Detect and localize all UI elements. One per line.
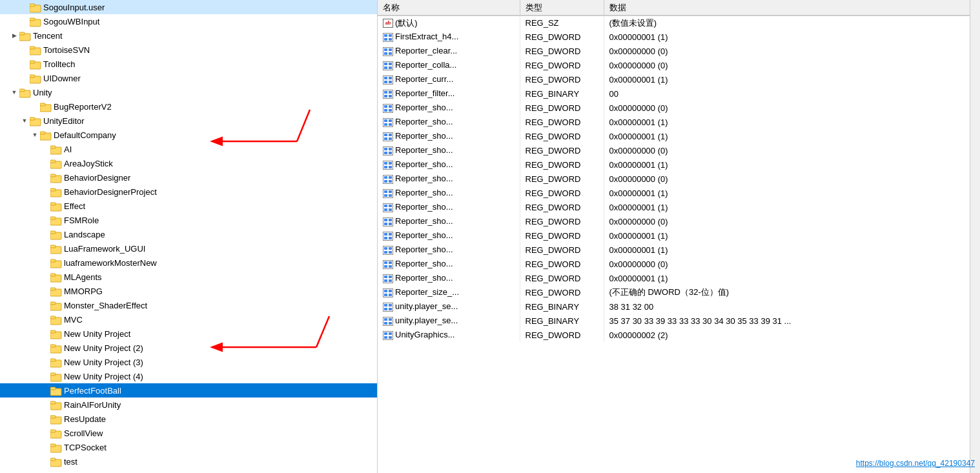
tree-item-new-unity-project-4[interactable]: New Unity Project (4) <box>0 369 377 383</box>
tree-item-fsmrole[interactable]: FSMRole <box>0 213 377 227</box>
reg-name-cell: ab(默认) <box>378 15 520 30</box>
expand-icon-unity[interactable]: ▼ <box>9 87 19 97</box>
tree-item-mmorpg[interactable]: MMORPG <box>0 284 377 298</box>
reg-name-cell: Reporter_sho... <box>378 257 520 271</box>
svg-rect-142 <box>384 290 387 292</box>
svg-rect-63 <box>50 444 56 447</box>
svg-rect-95 <box>389 119 392 122</box>
tree-item-mvc[interactable]: MVC <box>0 312 377 327</box>
reg-name-text: Reporter_sho... <box>395 131 453 141</box>
tree-item-unityeditor[interactable]: ▼UnityEditor <box>0 114 377 128</box>
tree-item-mlagents[interactable]: MLAgents <box>0 270 377 284</box>
table-row[interactable]: Reporter_sho...REG_DWORD0x00000001 (1) <box>378 271 970 285</box>
tree-scroll-area[interactable]: SogouInput.userSogouWBInput▶TencentTorto… <box>0 0 377 473</box>
svg-rect-39 <box>50 274 56 276</box>
svg-rect-145 <box>389 294 392 296</box>
tree-item-new-unity-project-3[interactable]: New Unity Project (3) <box>0 355 377 369</box>
reg-icon <box>383 274 393 283</box>
tree-item-tencent[interactable]: ▶Tencent <box>0 28 377 43</box>
svg-rect-109 <box>389 166 392 168</box>
tree-item-bugreporterv2[interactable]: BugReporterV2 <box>0 99 377 114</box>
tree-item-unity[interactable]: ▼Unity <box>0 85 377 99</box>
table-row[interactable]: Reporter_sho...REG_DWORD0x00000001 (1) <box>378 115 970 129</box>
svg-rect-147 <box>389 304 392 307</box>
table-row[interactable]: Reporter_colla...REG_DWORD0x00000000 (0) <box>378 58 970 72</box>
tree-item-label-luaframeworkmosternew: luaframeworkMosterNew <box>64 258 157 268</box>
table-row[interactable]: Reporter_sho...REG_DWORD0x00000000 (0) <box>378 214 970 228</box>
reg-name-text: Reporter_sho... <box>395 159 453 169</box>
tree-item-trolltech[interactable]: Trolltech <box>0 57 377 71</box>
reg-name-cell: Reporter_size_... <box>378 285 520 299</box>
table-row[interactable]: Reporter_sho...REG_DWORD0x00000000 (0) <box>378 257 970 271</box>
folder-icon-monster-shadereffect <box>50 300 62 310</box>
reg-data-cell: 0x00000001 (1) <box>604 72 970 86</box>
expand-icon-defaultcompany[interactable]: ▼ <box>30 130 40 140</box>
svg-rect-78 <box>384 63 387 65</box>
table-row[interactable]: Reporter_size_...REG_DWORD(不正确的 DWORD（32… <box>378 285 970 299</box>
tree-item-behaviordesignerproject[interactable]: BehaviorDesignerProject <box>0 185 377 199</box>
table-row[interactable]: Reporter_sho...REG_DWORD0x00000001 (1) <box>378 200 970 214</box>
reg-type-cell: REG_DWORD <box>520 101 604 115</box>
right-scrollbar[interactable] <box>970 0 980 473</box>
tree-item-defaultcompany[interactable]: ▼DefaultCompany <box>0 128 377 142</box>
tree-item-ai[interactable]: AI <box>0 142 377 156</box>
table-row[interactable]: Reporter_filter...REG_BINARY00 <box>378 86 970 101</box>
svg-rect-15 <box>40 103 45 106</box>
tree-item-sogouwbinput[interactable]: SogouWBInput <box>0 14 377 28</box>
reg-type-cell: REG_BINARY <box>520 299 604 314</box>
svg-rect-134 <box>384 261 387 264</box>
reg-name-text: Reporter_sho... <box>395 103 453 112</box>
reg-data-cell: 0x00000000 (0) <box>604 143 970 157</box>
table-row[interactable]: Reporter_sho...REG_DWORD0x00000001 (1) <box>378 228 970 243</box>
tree-item-test[interactable]: test <box>0 454 377 468</box>
right-scroll-area[interactable]: 名称 类型 数据 ab(默认)REG_SZ(数值未设置)FirstExtract… <box>378 0 970 473</box>
reg-name-cell: Reporter_sho... <box>378 200 520 214</box>
table-row[interactable]: unity.player_se...REG_BINARY35 37 30 33 … <box>378 314 970 328</box>
tree-item-effect[interactable]: Effect <box>0 199 377 213</box>
svg-rect-149 <box>389 308 392 310</box>
tree-item-perfectfootball[interactable]: PerfectFootBall <box>0 383 377 398</box>
tree-item-rainaiforunity[interactable]: RainAIForUnity <box>0 398 377 412</box>
tree-item-tortoisesvn[interactable]: TortoiseSVN <box>0 43 377 57</box>
tree-item-luaframeworkmosternew[interactable]: luaframeworkMosterNew <box>0 256 377 270</box>
svg-rect-140 <box>384 279 387 282</box>
col-header-data[interactable]: 数据 <box>604 0 970 15</box>
table-row[interactable]: Reporter_sho...REG_DWORD0x00000000 (0) <box>378 101 970 115</box>
table-row[interactable]: Reporter_sho...REG_DWORD0x00000001 (1) <box>378 129 970 143</box>
tree-item-new-unity-project[interactable]: New Unity Project <box>0 327 377 341</box>
tree-item-monster-shadereffect[interactable]: Monster_ShaderEffect <box>0 298 377 312</box>
tree-item-tcpsocket[interactable]: TCPSocket <box>0 440 377 454</box>
col-header-name[interactable]: 名称 <box>378 0 520 15</box>
table-row[interactable]: Reporter_sho...REG_DWORD0x00000001 (1) <box>378 186 970 200</box>
table-row[interactable]: Reporter_sho...REG_DWORD0x00000001 (1) <box>378 243 970 257</box>
reg-icon <box>383 288 393 297</box>
folder-icon-new-unity-project-4 <box>50 371 62 381</box>
tree-item-landscape[interactable]: Landscape <box>0 227 377 241</box>
expand-icon-unityeditor[interactable]: ▼ <box>19 116 30 126</box>
svg-rect-92 <box>384 109 387 112</box>
table-row[interactable]: Reporter_curr...REG_DWORD0x00000001 (1) <box>378 72 970 86</box>
table-row[interactable]: Reporter_sho...REG_DWORD0x00000001 (1) <box>378 157 970 172</box>
table-row[interactable]: ab(默认)REG_SZ(数值未设置) <box>378 15 970 30</box>
table-row[interactable]: Reporter_sho...REG_DWORD0x00000000 (0) <box>378 172 970 186</box>
expand-icon-luaframework-ugui <box>40 243 50 254</box>
table-row[interactable]: unity.player_se...REG_BINARY38 31 32 00 <box>378 299 970 314</box>
svg-rect-23 <box>50 160 56 163</box>
tree-item-scrollview[interactable]: ScrollView <box>0 426 377 440</box>
reg-name-text: UnityGraphics... <box>395 330 454 339</box>
tree-item-new-unity-project-2[interactable]: New Unity Project (2) <box>0 341 377 355</box>
tree-item-luaframework-ugui[interactable]: LuaFramework_UGUI <box>0 241 377 256</box>
table-row[interactable]: Reporter_clear...REG_DWORD0x00000000 (0) <box>378 44 970 58</box>
table-row[interactable]: Reporter_sho...REG_DWORD0x00000000 (0) <box>378 143 970 157</box>
folder-icon-landscape <box>50 229 62 239</box>
expand-icon-tencent[interactable]: ▶ <box>9 30 19 41</box>
table-row[interactable]: UnityGraphics...REG_DWORD0x00000002 (2) <box>378 328 970 342</box>
tree-item-uidowner[interactable]: UIDowner <box>0 71 377 85</box>
table-row[interactable]: FirstExtract_h4...REG_DWORD0x00000001 (1… <box>378 30 970 44</box>
col-header-type[interactable]: 类型 <box>520 0 604 15</box>
tree-item-behaviordesigner[interactable]: BehaviorDesigner <box>0 170 377 185</box>
tree-item-areajoystick[interactable]: AreaJoyStick <box>0 156 377 170</box>
tree-item-sogouinput-user[interactable]: SogouInput.user <box>0 0 377 14</box>
reg-name-cell: FirstExtract_h4... <box>378 30 520 44</box>
tree-item-resupdate[interactable]: ResUpdate <box>0 412 377 426</box>
